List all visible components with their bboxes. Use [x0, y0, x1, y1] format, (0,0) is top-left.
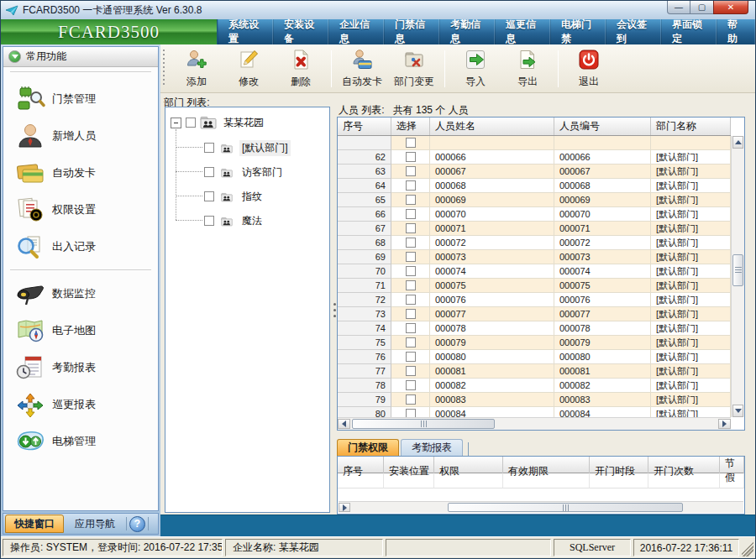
- tab-access-permission[interactable]: 门禁权限: [337, 439, 399, 456]
- table-row[interactable]: 79000083000083[默认部门]: [338, 393, 731, 407]
- filter-checkbox-cell[interactable]: [391, 136, 430, 150]
- column-header-1[interactable]: 序号: [338, 118, 391, 135]
- toolbar-button-3[interactable]: 删除: [275, 47, 327, 91]
- row-checkbox[interactable]: [406, 409, 416, 417]
- scroll-right-icon[interactable]: [718, 419, 731, 429]
- cell-select[interactable]: [391, 293, 430, 307]
- sidebar-item-6[interactable]: 数据监控: [3, 275, 158, 312]
- sidebar-item-1[interactable]: 门禁管理: [3, 81, 158, 118]
- cell-select[interactable]: [391, 250, 430, 264]
- sidebar-item-9[interactable]: 巡更报表: [3, 386, 158, 423]
- row-checkbox[interactable]: [406, 195, 416, 205]
- horizontal-scrollbar[interactable]: [338, 417, 731, 430]
- menu-item-1[interactable]: 系统设置: [218, 19, 273, 44]
- cell-select[interactable]: [391, 150, 430, 165]
- table-row[interactable]: 72000076000076[默认部门]: [338, 293, 731, 307]
- tab-app-navigation[interactable]: 应用导航: [66, 515, 123, 533]
- titlebar[interactable]: FCARD3500 一卡通管理系统 Ver 6.30.8 — ▢ ✕: [1, 1, 755, 19]
- row-checkbox[interactable]: [406, 223, 416, 233]
- row-checkbox[interactable]: [406, 280, 416, 290]
- cell-select[interactable]: [391, 336, 430, 350]
- table-row[interactable]: 71000075000075[默认部门]: [338, 279, 731, 293]
- menu-item-2[interactable]: 安装设备: [273, 19, 328, 44]
- table-row[interactable]: 73000077000077[默认部门]: [338, 307, 731, 321]
- row-checkbox[interactable]: [406, 309, 416, 319]
- toolbar-button-7[interactable]: 导出: [501, 47, 554, 91]
- perm-empty-row[interactable]: [338, 473, 744, 488]
- toolbar-button-4[interactable]: 自动发卡: [336, 47, 388, 91]
- tree-node-1[interactable]: [默认部门]: [204, 139, 291, 156]
- perm-horizontal-scrollbar[interactable]: [339, 501, 743, 513]
- menu-item-5[interactable]: 考勤信息: [439, 19, 495, 44]
- tree-node-checkbox[interactable]: [204, 216, 214, 226]
- scroll-up-icon[interactable]: [732, 136, 743, 149]
- column-header-3[interactable]: 人员姓名: [430, 118, 554, 135]
- table-row[interactable]: 69000073000073[默认部门]: [338, 250, 731, 264]
- cell-select[interactable]: [391, 364, 430, 379]
- column-header-5[interactable]: 部门名称: [651, 118, 731, 135]
- cell-select[interactable]: [391, 264, 430, 279]
- cell-select[interactable]: [391, 165, 430, 179]
- sidebar-item-7[interactable]: 电子地图: [3, 312, 158, 349]
- menu-item-3[interactable]: 企业信息: [328, 19, 384, 44]
- menu-item-7[interactable]: 电梯门禁: [550, 19, 606, 44]
- minimize-button[interactable]: —: [667, 1, 690, 14]
- sidebar-item-5[interactable]: 出入记录: [3, 228, 158, 265]
- table-row[interactable]: 76000080000080[默认部门]: [338, 350, 731, 364]
- hscroll-thumb[interactable]: [352, 419, 495, 429]
- tree-node-2[interactable]: 访客部门: [204, 164, 285, 180]
- cell-select[interactable]: [391, 279, 430, 293]
- row-checkbox[interactable]: [406, 266, 416, 276]
- menu-item-right-2[interactable]: 帮助: [717, 19, 755, 44]
- row-checkbox[interactable]: [406, 238, 416, 248]
- table-row[interactable]: 67000071000071[默认部门]: [338, 222, 731, 236]
- table-row[interactable]: 78000082000082[默认部门]: [338, 379, 731, 393]
- table-row[interactable]: 70000074000074[默认部门]: [338, 264, 731, 279]
- table-row[interactable]: 66000070000070[默认部门]: [338, 207, 731, 222]
- row-checkbox[interactable]: [406, 366, 416, 376]
- row-checkbox[interactable]: [406, 323, 416, 333]
- vertical-scrollbar[interactable]: [731, 136, 744, 417]
- tree-node-3[interactable]: 指纹: [204, 188, 265, 205]
- vscroll-thumb[interactable]: [732, 254, 743, 286]
- menu-item-6[interactable]: 巡更信息: [495, 19, 550, 44]
- toolbar-button-5[interactable]: 部门变更: [388, 47, 440, 91]
- cell-select[interactable]: [391, 321, 430, 336]
- table-row[interactable]: 65000069000069[默认部门]: [338, 193, 731, 207]
- tree-node-checkbox[interactable]: [204, 191, 214, 201]
- scroll-down-icon[interactable]: [732, 405, 743, 417]
- resize-grip[interactable]: [742, 539, 753, 556]
- row-checkbox[interactable]: [406, 209, 416, 219]
- tree-root-checkbox[interactable]: [186, 118, 196, 128]
- tab-quick-window[interactable]: 快捷窗口: [5, 515, 64, 533]
- row-checkbox[interactable]: [406, 295, 416, 305]
- help-icon[interactable]: ?: [129, 516, 145, 532]
- tree-node-checkbox[interactable]: [204, 143, 214, 153]
- cell-select[interactable]: [391, 222, 430, 236]
- column-header-2[interactable]: 选择: [391, 118, 430, 135]
- cell-select[interactable]: [391, 393, 430, 407]
- table-row[interactable]: 62000066000066[默认部门]: [338, 150, 731, 165]
- table-row[interactable]: 80000084000084[默认部门]: [338, 407, 731, 417]
- sidebar-item-3[interactable]: 自动发卡: [3, 154, 158, 191]
- cell-select[interactable]: [391, 207, 430, 222]
- maximize-button[interactable]: ▢: [690, 1, 713, 14]
- menu-item-4[interactable]: 门禁信息: [384, 19, 439, 44]
- row-checkbox[interactable]: [406, 394, 416, 405]
- sidebar-item-2[interactable]: 新增人员: [3, 118, 158, 154]
- close-button[interactable]: ✕: [713, 1, 748, 14]
- table-row[interactable]: 68000072000072[默认部门]: [338, 236, 731, 250]
- cell-select[interactable]: [391, 193, 430, 207]
- perm-hscroll-thumb[interactable]: [448, 503, 683, 512]
- toolbar-button-1[interactable]: 添加: [171, 47, 223, 91]
- row-checkbox[interactable]: [406, 252, 416, 262]
- toolbar-button-6[interactable]: 导入: [449, 47, 501, 91]
- sidebar-item-4[interactable]: 权限设置: [3, 191, 158, 228]
- sidebar-item-8[interactable]: 考勤报表: [3, 349, 158, 386]
- filter-row[interactable]: [338, 136, 731, 150]
- table-row[interactable]: 64000068000068[默认部门]: [338, 179, 731, 193]
- row-checkbox[interactable]: [406, 337, 416, 347]
- scroll-left-icon[interactable]: [338, 419, 350, 429]
- toolbar-button-8[interactable]: 退出: [563, 47, 615, 91]
- row-checkbox[interactable]: [406, 180, 416, 191]
